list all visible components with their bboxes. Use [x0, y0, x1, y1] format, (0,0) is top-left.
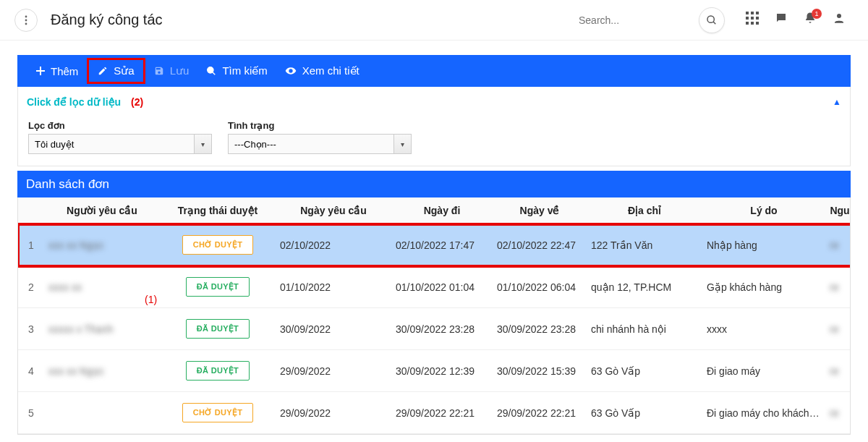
svg-rect-13 — [756, 22, 759, 25]
filter-tinhtrang-label: Tình trạng — [228, 120, 412, 131]
cell-back-date: 01/10/2022 06:04 — [493, 266, 587, 308]
svg-point-2 — [25, 22, 27, 25]
svg-point-1 — [25, 19, 27, 21]
cell-requester: xxxx xx — [44, 266, 160, 308]
filter-group-lodon: Lọc đơn ▾ — [28, 119, 212, 154]
notifications-button[interactable]: 1 — [796, 12, 825, 28]
cell-request-date: 29/09/2022 — [276, 392, 391, 434]
cell-last: re — [825, 350, 851, 392]
table-row[interactable]: 1xxx xx NgọcCHỜ DUYỆT02/10/202202/10/202… — [18, 224, 851, 266]
cell-last: re — [825, 308, 851, 350]
view-detail-button[interactable]: Xem chi tiết — [276, 60, 368, 82]
cell-status: CHỜ DUYỆT — [160, 392, 276, 434]
action-toolbar: Thêm Sửa Lưu Tìm kiếm Xem chi tiết — [17, 55, 851, 87]
edit-button[interactable]: Sửa — [87, 58, 145, 84]
chevron-down-icon[interactable]: ▾ — [394, 134, 412, 154]
cell-address: 63 Gò Vấp — [587, 350, 702, 392]
annotation-2: (2) — [131, 96, 143, 108]
svg-point-15 — [208, 67, 213, 73]
collapse-icon[interactable]: ▲ — [833, 97, 841, 107]
cell-address: quận 12, TP.HCM — [587, 266, 702, 308]
status-badge: ĐÃ DUYỆT — [186, 361, 250, 381]
th-status[interactable]: Trạng thái duyệt — [160, 197, 276, 224]
status-badge: CHỜ DUYỆT — [182, 403, 254, 422]
cell-go-date: 30/09/2022 12:39 — [391, 350, 493, 392]
search-label: Tìm kiếm — [222, 64, 267, 77]
cell-go-date: 30/09/2022 23:28 — [391, 308, 493, 350]
app-header: Đăng ký công tác 1 — [0, 0, 868, 41]
cell-request-date: 30/09/2022 — [276, 308, 391, 350]
cell-last: re — [825, 392, 851, 434]
chat-icon — [775, 12, 788, 25]
cell-last: re — [825, 266, 851, 308]
cell-status: ĐÃ DUYỆT — [160, 266, 276, 308]
search-icon — [706, 14, 718, 26]
filter-toggle[interactable]: Click để lọc dữ liệu — [27, 96, 121, 108]
cell-back-date: 29/09/2022 22:21 — [493, 392, 587, 434]
cell-requester: xxx xx Ngọc — [44, 350, 160, 392]
svg-line-4 — [713, 22, 715, 24]
save-button[interactable]: Lưu — [145, 60, 198, 82]
chevron-down-icon[interactable]: ▾ — [195, 134, 212, 154]
view-detail-label: Xem chi tiết — [302, 64, 359, 77]
table-row[interactable]: 4xxx xx NgọcĐÃ DUYỆT29/09/202230/09/2022… — [18, 350, 851, 392]
cell-requester: xxxxx x Thanh — [44, 308, 160, 350]
eye-icon — [285, 65, 297, 77]
cell-status: ĐÃ DUYỆT — [160, 350, 276, 392]
search-button[interactable] — [699, 7, 725, 33]
save-icon — [154, 66, 164, 76]
filter-lodon-select[interactable] — [28, 134, 195, 154]
cell-go-date: 02/10/2022 17:47 — [391, 224, 493, 266]
more-menu-button[interactable] — [14, 9, 38, 32]
cell-address: 63 Gò Vấp — [587, 392, 702, 434]
person-icon — [833, 12, 846, 25]
search-toolbar-button[interactable]: Tìm kiếm — [197, 60, 276, 82]
svg-line-16 — [213, 72, 216, 75]
filter-tinhtrang-select[interactable] — [228, 134, 394, 154]
table-row[interactable]: 5CHỜ DUYỆT29/09/202229/09/2022 22:2129/0… — [18, 392, 851, 434]
th-back-date[interactable]: Ngày về — [493, 197, 587, 224]
plus-icon — [36, 67, 45, 75]
cell-request-date: 01/10/2022 — [276, 266, 391, 308]
annotation-1: (1) — [145, 294, 157, 305]
svg-rect-6 — [751, 12, 754, 14]
svg-rect-8 — [746, 17, 749, 20]
add-button[interactable]: Thêm — [27, 61, 87, 82]
th-last[interactable]: Ngu — [825, 197, 851, 224]
cell-go-date: 01/10/2022 01:04 — [391, 266, 493, 308]
account-button[interactable] — [825, 12, 854, 28]
cell-index: 1 — [18, 224, 44, 266]
cell-back-date: 30/09/2022 15:39 — [493, 350, 587, 392]
th-go-date[interactable]: Ngày đi — [391, 197, 493, 224]
svg-rect-7 — [756, 12, 759, 14]
pencil-icon — [98, 66, 108, 76]
status-badge: ĐÃ DUYỆT — [186, 319, 250, 339]
cell-address: chi nhánh hà nội — [587, 308, 702, 350]
cell-status: CHỜ DUYỆT — [160, 224, 276, 266]
apps-button[interactable] — [738, 12, 767, 28]
cell-requester — [44, 392, 160, 434]
add-label: Thêm — [51, 65, 78, 77]
cell-index: 4 — [18, 350, 44, 392]
table-row[interactable]: 2xxxx xxĐÃ DUYỆT01/10/202201/10/2022 01:… — [18, 266, 851, 308]
filter-panel: Click để lọc dữ liệu (2) ▲ Lọc đơn ▾ Tìn… — [17, 87, 851, 166]
th-request-date[interactable]: Ngày yêu cầu — [276, 197, 391, 224]
status-badge: ĐÃ DUYỆT — [186, 277, 250, 297]
chat-button[interactable] — [767, 12, 796, 28]
cell-reason: Đi giao máy cho khách acb — [702, 392, 825, 434]
th-requester[interactable]: Người yêu cầu — [44, 197, 160, 224]
page-title: Đăng ký công tác — [51, 12, 163, 28]
search-icon — [206, 66, 216, 76]
th-address[interactable]: Địa chỉ — [587, 197, 702, 224]
cell-reason: Gặp khách hàng — [702, 266, 825, 308]
search-input[interactable] — [579, 14, 694, 26]
section-title: Danh sách đơn — [17, 171, 851, 197]
cell-last: re — [825, 224, 851, 266]
cell-back-date: 30/09/2022 23:28 — [493, 308, 587, 350]
svg-rect-10 — [756, 17, 759, 20]
svg-point-14 — [837, 14, 841, 18]
table-row[interactable]: 3xxxxx x ThanhĐÃ DUYỆT30/09/202230/09/20… — [18, 308, 851, 350]
filter-group-tinhtrang: Tình trạng ▾ — [228, 119, 412, 154]
cell-index: 2 — [18, 266, 44, 308]
th-reason[interactable]: Lý do — [702, 197, 825, 224]
